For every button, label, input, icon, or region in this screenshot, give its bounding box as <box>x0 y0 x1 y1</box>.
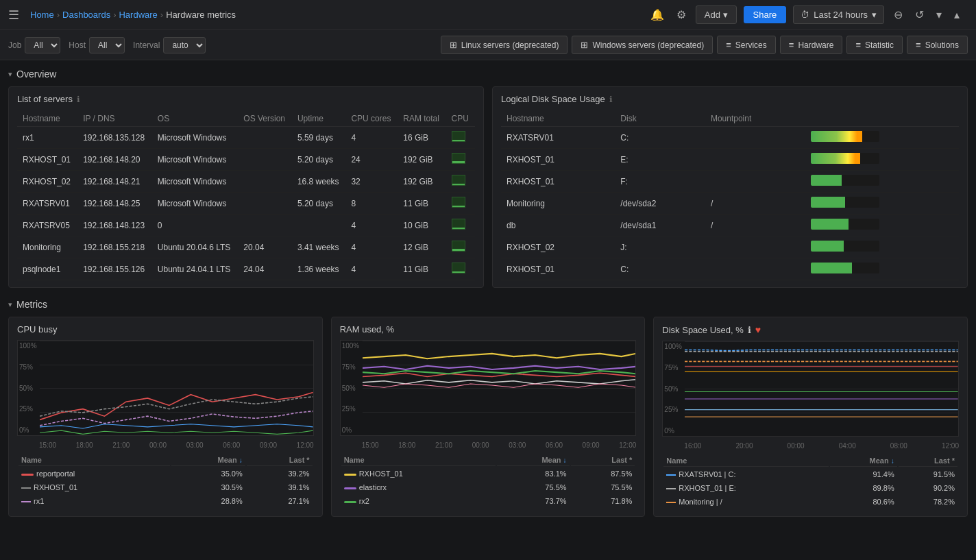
overview-section-header[interactable]: ▾ Overview <box>8 69 968 80</box>
cell-ip: 192.168.148.20 <box>77 149 152 171</box>
table-row[interactable]: psqlnode1 192.168.155.126 Ubuntu 24.04.1… <box>17 258 475 280</box>
table-row[interactable]: RXHOST_01 C: <box>501 258 959 280</box>
refresh-icon[interactable]: ↺ <box>912 5 927 24</box>
cell-os-version <box>238 171 292 193</box>
breadcrumb-hardware[interactable]: Hardware <box>119 10 157 20</box>
table-row[interactable]: RXATSRV01 192.168.148.25 Microsoft Windo… <box>17 193 475 215</box>
cell-os: Ubuntu 24.04.1 LTS <box>152 258 239 280</box>
collapse-icon[interactable]: ▴ <box>951 5 962 24</box>
cell-cpu-cores: 8 <box>345 193 398 215</box>
legend-name: RXHOST_01 <box>341 467 496 480</box>
job-label: Job <box>8 40 21 50</box>
col-disk: Disk <box>615 111 705 127</box>
table-row[interactable]: RXATSRV05 192.168.148.123 0 4 10 GiB <box>17 215 475 236</box>
legend-mean: 35.0% <box>171 467 245 480</box>
metrics-section-header[interactable]: ▾ Metrics <box>8 299 968 310</box>
legend-dot <box>344 501 356 503</box>
cell-mountpoint: / <box>705 193 805 215</box>
breadcrumb-home[interactable]: Home <box>30 10 54 20</box>
legend-last: 71.8% <box>571 495 635 507</box>
col-os: OS <box>152 111 239 127</box>
job-select[interactable]: All <box>25 37 60 53</box>
zoom-out-icon[interactable]: ⊖ <box>891 5 905 24</box>
menu-icon[interactable]: ☰ <box>8 8 19 23</box>
cpu-chart-svg <box>40 341 313 436</box>
tab-linux-label: Linux servers (deprecated) <box>461 40 559 50</box>
servers-info-icon[interactable]: ℹ <box>77 95 80 104</box>
legend-name: rx1 <box>19 495 170 507</box>
legend-row: reportportal 35.0% 39.2% <box>19 467 313 480</box>
legend-row: RXHOST_01 83.1% 87.5% <box>341 467 635 480</box>
table-row[interactable]: RXHOST_01 192.168.148.20 Microsoft Windo… <box>17 149 475 171</box>
cell-hostname: RXATSRV05 <box>17 215 77 236</box>
table-row[interactable]: RXHOST_01 F: <box>501 171 959 193</box>
legend-last: 39.1% <box>247 481 313 494</box>
tab-windows-servers[interactable]: ⊞ Windows servers (deprecated) <box>572 36 713 54</box>
host-select[interactable]: All <box>89 37 125 53</box>
legend-row: RXHOST_01 | E: 89.8% 90.2% <box>663 482 957 494</box>
tab-solutions-label: Solutions <box>925 40 959 50</box>
tab-services[interactable]: ≡ Services <box>717 36 776 54</box>
cell-os-version <box>238 149 292 171</box>
ram-legend-name-col: Name <box>341 454 496 466</box>
add-button[interactable]: Add ▾ <box>696 5 737 24</box>
cpu-legend-mean-col[interactable]: Mean ↓ <box>171 454 245 466</box>
cell-disk-hostname: RXHOST_01 <box>501 171 615 193</box>
legend-row: elasticrx 75.5% 75.5% <box>341 481 635 494</box>
cpu-legend-name-col: Name <box>19 454 170 466</box>
ram-chart-panel: RAM used, % 100% 75% 50% 25% 0% <box>331 317 646 517</box>
cell-os: Microsoft Windows <box>152 171 239 193</box>
ram-chart-title: RAM used, % <box>340 324 637 334</box>
table-row[interactable]: RXHOST_02 192.168.148.21 Microsoft Windo… <box>17 171 475 193</box>
settings-icon[interactable]: ⚙ <box>674 5 689 24</box>
share-button[interactable]: Share <box>744 6 787 23</box>
cell-uptime: 3.41 weeks <box>292 236 346 258</box>
table-row[interactable]: RXHOST_01 E: <box>501 149 959 171</box>
legend-last: 91.5% <box>899 468 957 480</box>
tab-buttons: ⊞ Linux servers (deprecated) ⊞ Windows s… <box>441 36 968 54</box>
legend-mean: 28.8% <box>171 495 245 507</box>
cell-uptime: 5.20 days <box>292 193 346 215</box>
cell-cpu-cores: 24 <box>345 149 398 171</box>
table-row[interactable]: Monitoring 192.168.155.218 Ubuntu 20.04.… <box>17 236 475 258</box>
legend-mean: 73.7% <box>497 495 570 507</box>
more-options-icon[interactable]: ▾ <box>934 5 944 24</box>
cell-os: Microsoft Windows <box>152 193 239 215</box>
tab-statistic-icon: ≡ <box>855 40 861 50</box>
cell-cpu-cores: 4 <box>345 215 398 236</box>
table-row[interactable]: db /dev/sda1 / <box>501 215 959 236</box>
tab-linux-servers[interactable]: ⊞ Linux servers (deprecated) <box>441 36 568 54</box>
disk-chart-heart-icon[interactable]: ♥ <box>755 324 761 335</box>
disk-info-icon[interactable]: ℹ <box>609 95 613 104</box>
disk-chart-info-icon[interactable]: ℹ <box>748 325 751 335</box>
servers-title-text: List of servers <box>17 94 73 104</box>
cell-cpu-cores: 4 <box>345 236 398 258</box>
cell-mountpoint <box>705 236 805 258</box>
cell-ip: 192.168.155.126 <box>77 258 152 280</box>
tab-hardware[interactable]: ≡ Hardware <box>780 36 843 54</box>
bell-icon[interactable]: 🔔 <box>648 5 667 24</box>
cpu-legend-table: Name Mean ↓ Last * reportportal 35.0% 39… <box>17 453 314 509</box>
cell-disk-hostname: Monitoring <box>501 193 615 215</box>
table-row[interactable]: RXATSRV01 C: <box>501 127 959 149</box>
disk-chart-svg <box>685 341 958 437</box>
interval-select[interactable]: auto <box>163 37 206 53</box>
servers-panel: List of servers ℹ Hostname IP / DNS OS O… <box>8 86 484 288</box>
tab-statistic[interactable]: ≡ Statistic <box>846 36 903 54</box>
col-mountpoint: Mountpoint <box>705 111 805 127</box>
cell-hostname: RXHOST_01 <box>17 149 77 171</box>
table-row[interactable]: Monitoring /dev/sda2 / <box>501 193 959 215</box>
topbar: ☰ Home › Dashboards › Hardware › Hardwar… <box>0 0 976 30</box>
col-uptime: Uptime <box>292 111 346 127</box>
cell-cpu-cores: 4 <box>345 127 398 149</box>
breadcrumb-dashboards[interactable]: Dashboards <box>62 10 110 20</box>
time-selector[interactable]: ⏱ Last 24 hours ▾ <box>793 5 884 24</box>
tab-solutions[interactable]: ≡ Solutions <box>907 36 968 54</box>
disk-legend-name-col: Name <box>663 455 829 467</box>
ram-legend-mean-col[interactable]: Mean ↓ <box>497 454 570 466</box>
table-row[interactable]: RXHOST_02 J: <box>501 236 959 258</box>
col-disk-bar <box>805 111 959 127</box>
cell-ip: 192.168.155.218 <box>77 236 152 258</box>
table-row[interactable]: rx1 192.168.135.128 Microsoft Windows 5.… <box>17 127 475 149</box>
disk-legend-mean-col[interactable]: Mean ↓ <box>830 455 896 467</box>
